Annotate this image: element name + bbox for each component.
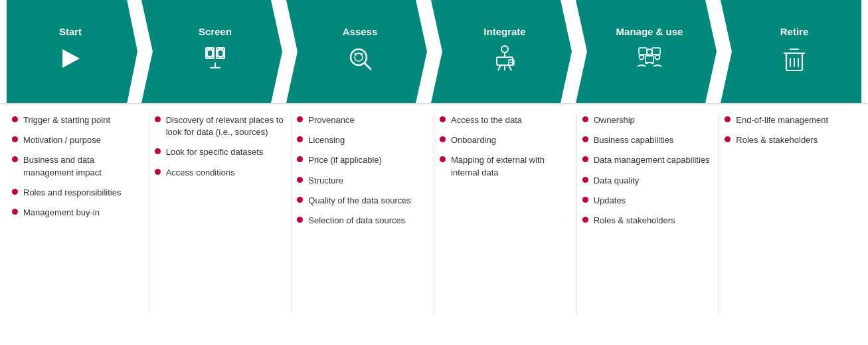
- bullet-dot: [155, 116, 161, 122]
- list-item-text: Provenance: [308, 114, 354, 126]
- bullet-dot: [297, 177, 303, 183]
- bullet-dot: [725, 136, 731, 142]
- svg-line-19: [498, 65, 501, 70]
- list-item-text: Selection of data sources: [308, 215, 405, 227]
- svg-rect-29: [646, 56, 653, 62]
- phase-header: Start Screen Assess Integrate: [0, 0, 868, 103]
- bullet-list-integrate: Access to the dataOnboardingMapping of e…: [440, 114, 571, 179]
- list-item-text: Trigger & starting point: [23, 114, 110, 126]
- phase-label-screen: Screen: [199, 26, 232, 37]
- phase-arrow-integrate: Integrate: [431, 0, 572, 103]
- phase-arrow-start: Start: [7, 0, 137, 103]
- list-item: Business capabilities: [582, 134, 714, 146]
- svg-rect-18: [497, 57, 513, 65]
- phase-icon-integrate: [490, 44, 519, 77]
- list-item-text: Discovery of relevant places to look for…: [166, 114, 286, 138]
- list-item: Onboarding: [440, 134, 571, 146]
- list-item: Mapping of external with internal data: [440, 154, 571, 178]
- list-item: Selection of data sources: [297, 215, 428, 227]
- svg-point-25: [640, 55, 644, 60]
- bullet-dot: [582, 136, 588, 142]
- phase-label-retire: Retire: [780, 26, 809, 37]
- bullet-dot: [12, 136, 18, 142]
- list-item: Data quality: [582, 175, 714, 187]
- bullet-dot: [297, 156, 303, 162]
- content-col-manage: OwnershipBusiness capabilitiesData manag…: [577, 114, 720, 314]
- list-item-text: Motivation / purpose: [23, 134, 101, 146]
- phase-arrow-assess: Assess: [286, 0, 427, 103]
- list-item: Quality of the data sources: [297, 195, 428, 207]
- bullet-dot: [297, 217, 303, 223]
- list-item-text: Ownership: [594, 114, 635, 126]
- bullet-dot: [297, 136, 303, 142]
- list-item: Roles & stakeholders: [725, 134, 856, 146]
- svg-line-12: [365, 63, 371, 69]
- bullet-dot: [582, 177, 588, 183]
- list-item: Data management capabilities: [582, 154, 714, 166]
- svg-point-26: [655, 55, 660, 60]
- list-item: Management buy-in: [12, 207, 143, 219]
- phase-icon-start: [56, 44, 85, 77]
- bullet-list-screen: Discovery of relevant places to look for…: [155, 114, 286, 179]
- bullet-dot: [582, 197, 588, 203]
- list-item: Motivation / purpose: [12, 134, 143, 146]
- list-item-text: Data management capabilities: [594, 154, 710, 166]
- list-item-text: End-of-life management: [736, 114, 828, 126]
- bullet-dot: [12, 189, 18, 195]
- content-col-screen: Discovery of relevant places to look for…: [149, 114, 292, 314]
- phase-arrow-screen: Screen: [141, 0, 282, 103]
- bullet-dot: [725, 116, 731, 122]
- svg-rect-27: [639, 48, 647, 55]
- list-item-text: Look for specific datasets: [166, 146, 264, 158]
- list-item: Discovery of relevant places to look for…: [155, 114, 286, 138]
- bullet-dot: [12, 116, 18, 122]
- list-item-text: Licensing: [308, 134, 345, 146]
- content-area: Trigger & starting pointMotivation / pur…: [0, 103, 868, 320]
- svg-point-24: [647, 49, 652, 55]
- phase-icon-assess: [345, 44, 375, 77]
- phase-arrow-manage: Manage & use: [576, 0, 717, 103]
- svg-point-16: [501, 46, 508, 53]
- bullet-list-assess: ProvenanceLicensingPrice (if applicable)…: [297, 114, 428, 227]
- bullet-dot: [297, 197, 303, 203]
- list-item: Business and data management impact: [12, 154, 143, 178]
- bullet-dot: [440, 136, 446, 142]
- list-item: Roles & stakeholders: [582, 215, 714, 227]
- list-item: Price (if applicable): [297, 154, 428, 166]
- bullet-dot: [155, 148, 161, 154]
- phase-label-start: Start: [59, 26, 82, 37]
- list-item: Licensing: [297, 134, 428, 146]
- bullet-dot: [297, 116, 303, 122]
- phase-icon-retire: [780, 44, 809, 77]
- list-item-text: Roles & stakeholders: [736, 134, 818, 146]
- svg-marker-0: [62, 49, 80, 68]
- list-item-text: Business and data management impact: [23, 154, 143, 178]
- list-item: Look for specific datasets: [155, 146, 286, 158]
- bullet-dot: [12, 209, 18, 215]
- bullet-dot: [582, 156, 588, 162]
- bullet-dot: [582, 116, 588, 122]
- list-item: Trigger & starting point: [12, 114, 143, 126]
- content-col-integrate: Access to the dataOnboardingMapping of e…: [434, 114, 577, 314]
- phase-label-integrate: Integrate: [483, 26, 525, 37]
- svg-line-20: [509, 65, 511, 70]
- list-item-text: Access conditions: [166, 167, 235, 179]
- list-item: Roles and responsibilities: [12, 187, 143, 199]
- bullet-dot: [440, 116, 446, 122]
- content-col-retire: End-of-life managementRoles & stakeholde…: [719, 114, 861, 314]
- bullet-dot: [440, 156, 446, 162]
- content-col-assess: ProvenanceLicensingPrice (if applicable)…: [292, 114, 434, 314]
- phase-label-assess: Assess: [343, 26, 378, 37]
- bullet-list-retire: End-of-life managementRoles & stakeholde…: [725, 114, 856, 146]
- list-item: Provenance: [297, 114, 428, 126]
- list-item-text: Data quality: [594, 175, 640, 187]
- phase-icon-manage: [635, 44, 664, 77]
- phase-arrow-retire: Retire: [721, 0, 861, 103]
- list-item-text: Roles & stakeholders: [594, 215, 675, 227]
- list-item: Access to the data: [440, 114, 571, 126]
- list-item: End-of-life management: [725, 114, 856, 126]
- list-item-text: Access to the data: [451, 114, 522, 126]
- list-item: Updates: [582, 195, 714, 207]
- list-item: Ownership: [582, 114, 714, 126]
- phase-icon-screen: [201, 44, 230, 77]
